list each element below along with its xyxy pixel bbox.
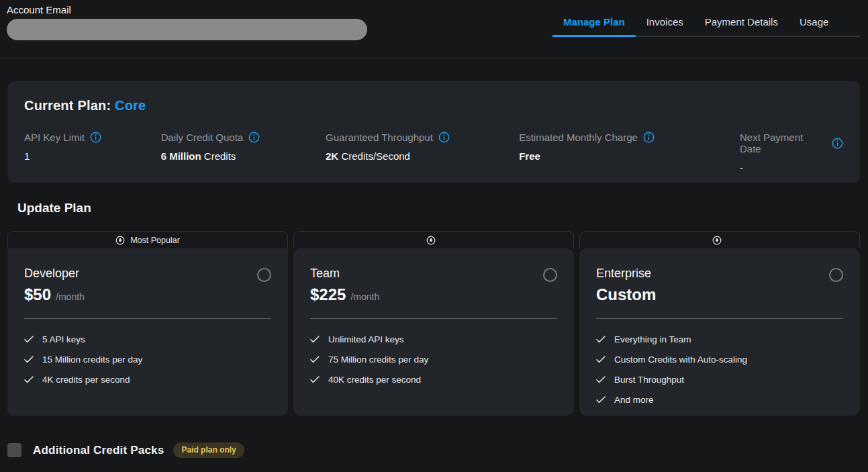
plan-feature-text: 40K credits per second	[328, 375, 421, 385]
check-icon	[596, 396, 606, 404]
billing-tabs: Manage PlanInvoicesPayment DetailsUsage	[552, 10, 860, 37]
plan-feature: Unlimited API keys	[310, 334, 557, 344]
plan-feature-text: Custom Credits with Auto-scaling	[614, 355, 747, 365]
current-plan-title-prefix: Current Plan:	[24, 98, 115, 113]
plan-divider	[24, 318, 271, 319]
plan-price: $50	[24, 285, 51, 304]
check-icon	[24, 356, 34, 363]
stat-value: -	[740, 162, 743, 173]
current-plan-stats: API Key Limit 1 Daily Credit Quota	[24, 132, 843, 173]
tab-invoices[interactable]: Invoices	[636, 10, 694, 37]
plan-feature: 75 Million credits per day	[310, 355, 557, 365]
plan-price: Custom	[596, 285, 656, 304]
update-plan-title: Update Plan	[17, 201, 868, 216]
plan-name: Developer	[24, 267, 79, 281]
plan-feature-text: Everything in Team	[614, 334, 691, 344]
info-icon[interactable]	[832, 138, 843, 149]
plan-option-team: Team $225 /month Unlimited API keys 75 M…	[293, 231, 574, 416]
most-popular-band: Most Popular	[7, 231, 288, 248]
account-email-label: Account Email	[7, 4, 367, 15]
most-popular-band	[579, 231, 860, 248]
plan-feature-text: 15 Million credits per day	[42, 355, 142, 365]
check-icon	[310, 356, 320, 363]
stat-value-strong: Free	[519, 150, 540, 162]
plan-price-suffix: /month	[56, 291, 85, 302]
plan-feature: 4K credits per second	[24, 375, 271, 385]
plan-feature: 15 Million credits per day	[24, 355, 271, 365]
info-icon[interactable]	[643, 132, 655, 143]
info-icon[interactable]	[90, 132, 101, 143]
plan-divider	[596, 318, 843, 319]
stat-guaranteed-throughput: Guaranteed Throughput 2K Credits/Second	[326, 132, 519, 173]
plan-divider	[310, 318, 557, 319]
credit-packs-checkbox[interactable]	[7, 443, 21, 457]
plan-price: $225	[310, 285, 346, 304]
plan-features: 5 API keys 15 Million credits per day 4K…	[24, 334, 271, 385]
most-popular-band	[293, 231, 574, 248]
plan-feature: 40K credits per second	[310, 375, 557, 385]
stat-value: 1	[24, 150, 30, 162]
plan-price-suffix: /month	[350, 291, 379, 302]
stat-value-strong: 2K	[326, 150, 338, 162]
stat-label: Daily Credit Quota	[161, 132, 244, 143]
plan-card-enterprise[interactable]: Enterprise Custom Everything in Team Cus…	[579, 248, 860, 416]
credit-packs-label: Additional Credit Packs	[33, 444, 164, 457]
current-plan-card: Current Plan: Core API Key Limit 1 Daily…	[7, 81, 860, 183]
current-plan-name: Core	[115, 98, 146, 113]
plan-feature-text: Burst Throughput	[614, 375, 684, 385]
plan-option-developer: Most Popular Developer $50 /month 5 API …	[7, 231, 288, 416]
check-icon	[596, 376, 606, 383]
current-plan-title: Current Plan: Core	[24, 98, 843, 113]
check-icon	[24, 336, 34, 343]
plan-feature: And more	[596, 395, 843, 405]
additional-credit-packs-row: Additional Credit Packs Paid plan only	[7, 442, 868, 458]
plan-options: Most Popular Developer $50 /month 5 API …	[7, 231, 860, 416]
plan-option-enterprise: Enterprise Custom Everything in Team Cus…	[579, 231, 860, 416]
most-popular-label: Most Popular	[130, 236, 180, 245]
topbar: Account Email Manage PlanInvoicesPayment…	[0, 0, 868, 59]
tab-manage-plan[interactable]: Manage Plan	[552, 10, 636, 37]
plan-feature: Custom Credits with Auto-scaling	[596, 355, 843, 365]
plan-name: Team	[310, 267, 340, 281]
check-icon	[310, 336, 320, 343]
flame-icon	[712, 236, 722, 245]
plan-radio-enterprise[interactable]	[829, 268, 843, 282]
stat-label: API Key Limit	[24, 132, 85, 143]
plan-feature: 5 API keys	[24, 334, 271, 344]
info-icon[interactable]	[438, 132, 450, 143]
plan-card-team[interactable]: Team $225 /month Unlimited API keys 75 M…	[293, 248, 574, 416]
plan-card-developer[interactable]: Developer $50 /month 5 API keys 15 Milli…	[7, 248, 288, 416]
stat-daily-credit-quota: Daily Credit Quota 6 Million Credits	[161, 132, 326, 173]
flame-icon	[426, 236, 436, 245]
plan-feature-text: 5 API keys	[42, 334, 85, 344]
plan-radio-developer[interactable]	[257, 268, 271, 282]
stat-value: Credits/Second	[341, 150, 410, 162]
plan-radio-team[interactable]	[543, 268, 557, 282]
info-icon[interactable]	[248, 132, 260, 143]
plan-features: Unlimited API keys 75 Million credits pe…	[310, 334, 557, 385]
account-email-value-redacted[interactable]	[7, 19, 367, 40]
plan-features: Everything in Team Custom Credits with A…	[596, 334, 843, 405]
tab-payment-details[interactable]: Payment Details	[694, 10, 789, 37]
stat-api-key-limit: API Key Limit 1	[24, 132, 161, 173]
plan-feature-text: And more	[614, 395, 654, 405]
stat-label: Next Payment Date	[740, 132, 826, 154]
plan-feature-text: 75 Million credits per day	[328, 355, 428, 365]
flame-icon	[115, 236, 125, 245]
check-icon	[24, 376, 34, 383]
tab-usage[interactable]: Usage	[789, 10, 839, 37]
stat-estimated-monthly-charge: Estimated Monthly Charge Free	[519, 132, 740, 173]
paid-plan-only-badge: Paid plan only	[173, 442, 244, 458]
stat-next-payment-date: Next Payment Date -	[740, 132, 843, 173]
plan-feature-text: 4K credits per second	[42, 375, 130, 385]
plan-feature: Everything in Team	[596, 334, 843, 344]
stat-value-strong: 6 Million	[161, 150, 201, 162]
check-icon	[596, 336, 606, 343]
check-icon	[596, 356, 606, 363]
stat-label: Estimated Monthly Charge	[519, 132, 638, 143]
stat-value: Credits	[204, 150, 236, 162]
check-icon	[310, 376, 320, 383]
plan-feature-text: Unlimited API keys	[328, 334, 404, 344]
plan-feature: Burst Throughput	[596, 375, 843, 385]
stat-label: Guaranteed Throughput	[326, 132, 433, 143]
